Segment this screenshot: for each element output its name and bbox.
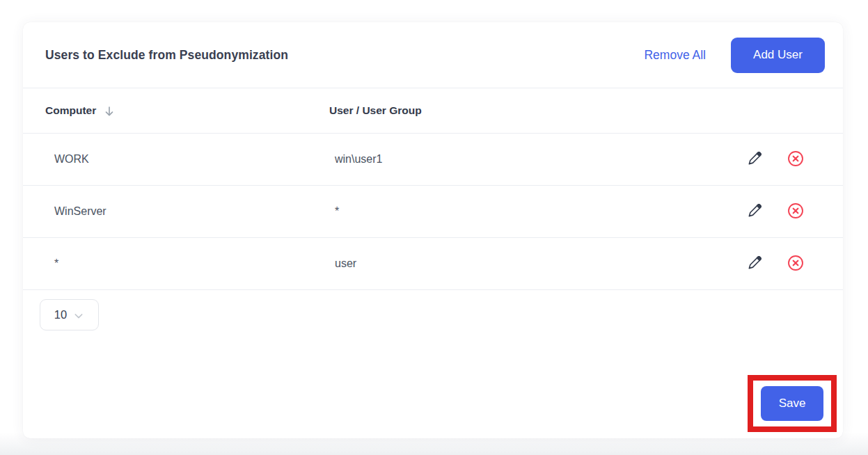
user-cell: win\user1 xyxy=(329,153,747,166)
sort-desc-icon xyxy=(103,105,116,118)
row-actions xyxy=(747,150,821,169)
page-size-value: 10 xyxy=(54,308,67,321)
page-title: Users to Exclude from Pseudonymization xyxy=(45,48,644,63)
add-user-button[interactable]: Add User xyxy=(731,38,825,73)
delete-button[interactable] xyxy=(787,150,804,169)
annotation-highlight-box: Save xyxy=(748,375,837,432)
edit-button[interactable] xyxy=(747,255,763,273)
save-button[interactable]: Save xyxy=(761,386,823,421)
circle-x-icon xyxy=(787,150,804,169)
delete-button[interactable] xyxy=(787,202,804,221)
column-label: Computer xyxy=(45,104,96,117)
table-row: WinServer * xyxy=(23,186,843,238)
edit-button[interactable] xyxy=(747,150,763,168)
user-cell: user xyxy=(329,257,747,270)
pencil-icon xyxy=(747,150,763,168)
card-header: Users to Exclude from Pseudonymization R… xyxy=(23,22,843,88)
delete-button[interactable] xyxy=(787,255,804,273)
exclusion-settings-card: Users to Exclude from Pseudonymization R… xyxy=(23,22,843,438)
column-header-computer[interactable]: Computer xyxy=(45,104,329,118)
row-actions xyxy=(747,255,821,273)
card-footer: Save xyxy=(23,375,843,438)
row-actions xyxy=(747,202,821,221)
remove-all-button[interactable]: Remove All xyxy=(644,48,706,63)
chevron-down-icon xyxy=(73,310,84,321)
page-background: Users to Exclude from Pseudonymization R… xyxy=(0,0,868,455)
edit-button[interactable] xyxy=(747,202,763,221)
circle-x-icon xyxy=(787,255,804,273)
pagination-bar: 10 xyxy=(40,299,843,330)
table-row: * user xyxy=(23,238,843,290)
user-cell: * xyxy=(329,205,747,218)
computer-cell: * xyxy=(45,257,329,270)
circle-x-icon xyxy=(787,202,804,221)
column-header-user[interactable]: User / User Group xyxy=(329,104,821,117)
table-row: WORK win\user1 xyxy=(23,134,843,186)
pencil-icon xyxy=(747,202,763,221)
page-size-select[interactable]: 10 xyxy=(40,299,99,330)
pencil-icon xyxy=(747,255,763,273)
table-header-row: Computer User / User Group xyxy=(23,88,843,134)
computer-cell: WinServer xyxy=(45,205,329,218)
column-label: User / User Group xyxy=(329,104,422,116)
computer-cell: WORK xyxy=(45,153,329,166)
